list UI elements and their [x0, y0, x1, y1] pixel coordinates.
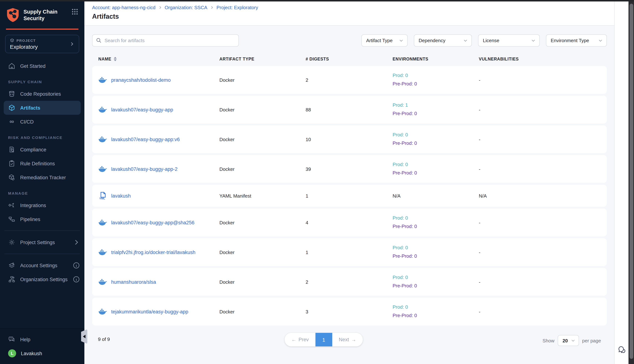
sidebar-item-remediation-tracker[interactable]: Remediation Tracker — [0, 170, 84, 184]
sidebar-item-rule-definitions[interactable]: Rule Definitions — [0, 156, 84, 170]
prod-env-link[interactable]: Prod: 0 — [393, 303, 479, 312]
breadcrumb-project-link[interactable]: Project: Exploratory — [216, 5, 258, 10]
home-icon — [8, 62, 16, 70]
sidebar-item-organization-settings[interactable]: Organization Settings — [0, 272, 84, 286]
artifact-type-cell: Docker — [219, 250, 306, 255]
vulnerabilities-cell: - — [479, 166, 607, 172]
environments-cell: Prod: 0 Pre-Prod: 0 — [393, 131, 479, 148]
artifact-name-link[interactable]: lavakush07/easy-buggy-app:v6 — [111, 136, 180, 142]
supply-chain-security-logo-icon — [6, 7, 20, 23]
digests-cell: 3 — [306, 309, 393, 314]
artifact-type-cell: Docker — [219, 107, 306, 112]
artifact-name-link[interactable]: lavakush07/easy-buggy-app@sha256 — [111, 220, 194, 225]
breadcrumb-organization-link[interactable]: Organization: SSCA — [165, 5, 207, 10]
per-page-label: per page — [582, 338, 601, 343]
prod-env-link[interactable]: Prod: 0 — [393, 214, 479, 223]
user-menu[interactable]: L Lavakush — [0, 346, 84, 360]
user-name: Lavakush — [21, 350, 42, 356]
sidebar-item-integrations[interactable]: Integrations — [0, 198, 84, 212]
app-grid-icon[interactable] — [71, 8, 79, 16]
prod-env-link[interactable]: Prod: 0 — [393, 274, 479, 282]
table-row: YML lavakush07/easy-buggy-app Docker 88 … — [92, 96, 607, 124]
artifact-name-link[interactable]: tejakummarikuntla/easy-buggy-app — [111, 309, 188, 314]
preprod-env-link[interactable]: Pre-Prod: 0 — [393, 110, 479, 118]
environments-cell: Prod: 0 Pre-Prod: 0 — [393, 72, 479, 88]
prod-env-link[interactable]: Prod: 0 — [393, 72, 479, 80]
docker-icon — [98, 105, 107, 114]
preprod-env-link[interactable]: Pre-Prod: 0 — [393, 169, 479, 178]
preprod-env-link[interactable]: Pre-Prod: 0 — [393, 222, 479, 231]
docker-icon — [98, 307, 107, 316]
vulnerabilities-cell: - — [479, 220, 607, 225]
info-icon — [73, 262, 80, 269]
prod-env-link[interactable]: Prod: 1 — [393, 101, 479, 110]
artifact-name-link[interactable]: trialpfv2hi.jfrog.io/docker-trial/lavaku… — [111, 250, 195, 255]
table-row: YML trialpfv2hi.jfrog.io/docker-trial/la… — [92, 238, 607, 266]
sidebar-item-account-settings[interactable]: Account Settings — [0, 258, 84, 272]
preprod-env-link[interactable]: Pre-Prod: 0 — [393, 139, 479, 148]
collapse-arrow-icon — [83, 335, 86, 338]
sidebar-item-project-settings[interactable]: Project Settings — [0, 235, 84, 249]
search-icon — [96, 38, 102, 43]
sidebar-item-get-started[interactable]: Get Started — [0, 59, 84, 73]
main-area: Account: app-harness-ng-cicd Organizatio… — [84, 0, 614, 364]
page-title: Artifacts — [92, 13, 607, 20]
scrollbar-thumb[interactable] — [629, 4, 633, 359]
scrollbar-track[interactable] — [628, 0, 634, 364]
artifact-name-link[interactable]: lavakush07/easy-buggy-app-2 — [111, 166, 178, 172]
artifact-type-cell: Docker — [219, 279, 306, 285]
next-page-button[interactable]: Next → — [332, 333, 363, 346]
artifact-name-link[interactable]: pranaycshah/todolist-demo — [111, 77, 171, 83]
breadcrumb-account-link[interactable]: Account: app-harness-ng-cicd — [92, 5, 155, 10]
code-repository-icon — [8, 90, 16, 98]
preprod-env-link[interactable]: Pre-Prod: 0 — [393, 80, 479, 88]
environments-cell: Prod: 0 Pre-Prod: 0 — [393, 244, 479, 261]
organization-settings-icon — [8, 276, 16, 283]
artifact-type-cell: Docker — [219, 136, 306, 142]
chevron-down-icon — [598, 38, 603, 43]
right-arrow-icon: → — [351, 337, 356, 342]
project-selector[interactable]: PROJECT Exploratory — [5, 35, 79, 53]
compliance-document-icon — [8, 146, 16, 153]
prod-env-link[interactable]: Prod: 0 — [393, 161, 479, 169]
preprod-env-link[interactable]: Pre-Prod: 0 — [393, 312, 479, 320]
help-button[interactable]: ? Help — [0, 332, 84, 346]
sidebar-footer: ? Help L Lavakush — [0, 328, 84, 364]
page-size-select[interactable]: 20 — [558, 335, 579, 346]
sidebar-item-code-repositories[interactable]: Code Repositories — [0, 87, 84, 101]
sidebar-item-artifacts[interactable]: Artifacts — [4, 101, 81, 115]
vulnerabilities-cell: - — [479, 107, 607, 112]
sort-icon[interactable] — [114, 57, 117, 61]
sidebar-item-compliance[interactable]: Compliance — [0, 142, 84, 156]
filter-dependency[interactable]: Dependency — [414, 34, 472, 46]
docker-icon — [98, 76, 107, 84]
prev-page-button[interactable]: ← Prev — [285, 333, 315, 346]
table-header: NAME ARTIFACT TYPE # DIGESTS ENVIRONMENT… — [92, 55, 607, 63]
docker-icon — [98, 248, 107, 256]
vulnerabilities-cell: - — [479, 309, 607, 314]
docker-icon — [98, 218, 107, 227]
filter-license[interactable]: License — [478, 34, 540, 46]
filter-artifact-type[interactable]: Artifact Type — [361, 34, 408, 46]
artifact-name-link[interactable]: lavakush07/easy-buggy-app — [111, 107, 173, 112]
filter-environment-type[interactable]: Environment Type — [546, 34, 607, 46]
search-input[interactable] — [92, 34, 239, 46]
sidebar-item-pipelines[interactable]: Pipelines — [0, 212, 84, 226]
docker-icon — [98, 135, 107, 144]
preprod-env-link[interactable]: Pre-Prod: 0 — [393, 252, 479, 261]
avatar: L — [8, 349, 16, 358]
svg-text:YML: YML — [99, 197, 105, 200]
docker-icon — [98, 164, 107, 174]
artifact-name-link[interactable]: humanshuarora/slsa — [111, 279, 156, 285]
toolbar: Artifact Type Dependency License En — [92, 34, 607, 46]
preprod-env-link[interactable]: Pre-Prod: 0 — [393, 282, 479, 290]
prod-env-link[interactable]: Prod: 0 — [393, 131, 479, 140]
prod-env-link[interactable]: Prod: 0 — [393, 244, 479, 252]
chevron-down-icon — [399, 38, 404, 43]
integrations-icon — [8, 202, 16, 209]
page-number-active[interactable]: 1 — [315, 333, 332, 346]
chat-support-icon[interactable] — [617, 345, 626, 354]
column-header-vulnerabilities: VULNERABILITIES — [479, 57, 607, 61]
artifact-name-link[interactable]: lavakush — [111, 193, 131, 198]
sidebar-item-cicd[interactable]: ∞ CI/CD — [0, 115, 84, 129]
